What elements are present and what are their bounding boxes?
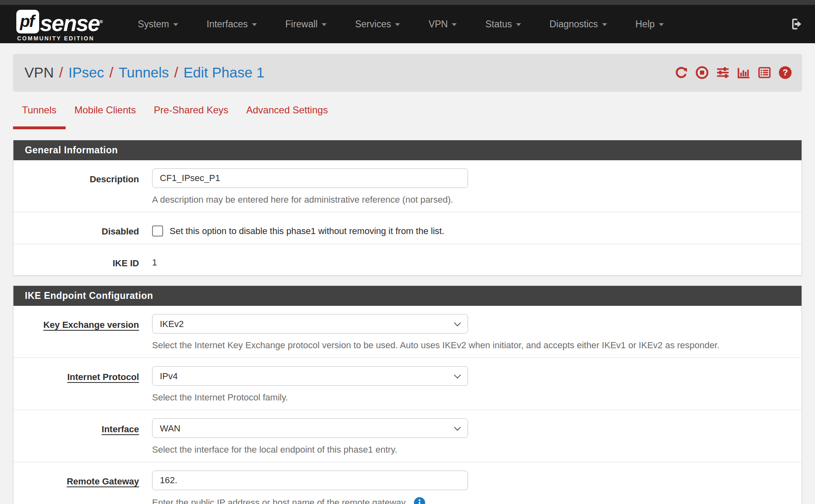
disabled-row: Disabled Set this option to disable this… — [13, 212, 802, 244]
pfsense-logo-wordmark: sense® — [40, 10, 102, 35]
breadcrumb: VPN / IPsec / Tunnels / Edit Phase 1 — [13, 54, 802, 91]
log-list-icon[interactable] — [758, 66, 771, 80]
disabled-label: Disabled — [13, 221, 152, 237]
nav-item-status[interactable]: Status — [485, 19, 521, 30]
breadcrumb-edit-phase-1[interactable]: Edit Phase 1 — [183, 64, 264, 81]
breadcrumb-tunnels[interactable]: Tunnels — [119, 64, 169, 81]
chevron-down-icon — [659, 23, 664, 26]
breadcrumb-ipsec[interactable]: IPsec — [68, 64, 104, 81]
pfsense-logo-mark: pf — [16, 10, 39, 33]
remote-gateway-input[interactable] — [152, 471, 468, 490]
general-information-header: General Information — [13, 140, 802, 160]
ike-id-label: IKE ID — [13, 252, 152, 269]
key-exchange-version-select[interactable]: IKEv2 — [152, 314, 468, 334]
chevron-down-icon — [452, 23, 457, 26]
internet-protocol-label: Internet Protocol — [13, 366, 152, 403]
internet-protocol-select[interactable]: IPv4 — [152, 366, 468, 386]
svg-text:?: ? — [783, 68, 788, 77]
nav-item-help[interactable]: Help — [636, 19, 664, 30]
nav-menu: System Interfaces Firewall Services VPN … — [138, 19, 692, 30]
interface-label: Interface — [13, 418, 152, 455]
chevron-down-icon — [173, 23, 178, 26]
registered-mark: ® — [99, 19, 102, 24]
key-exchange-version-help: Select the Internet Key Exchange protoco… — [152, 340, 785, 351]
remote-gateway-help: Enter the public IP address or host name… — [152, 497, 408, 504]
sliders-icon[interactable] — [716, 66, 730, 80]
nav-item-services[interactable]: Services — [355, 19, 400, 30]
breadcrumb-separator: / — [109, 64, 113, 81]
disabled-checkbox-label: Set this option to disable this phase1 w… — [170, 226, 444, 237]
tab-bar: Tunnels Mobile Clients Pre-Shared Keys A… — [13, 97, 815, 129]
help-icon[interactable]: ? — [778, 66, 792, 80]
tab-tunnels[interactable]: Tunnels — [13, 97, 66, 129]
key-exchange-version-row: Key Exchange version IKEv2 Select the In… — [13, 306, 802, 358]
disabled-checkbox[interactable] — [152, 225, 163, 237]
general-information-panel: General Information Description A descri… — [13, 140, 802, 276]
page-action-icons: ? — [674, 66, 792, 80]
chevron-down-icon — [322, 23, 327, 26]
community-edition-label: COMMUNITY EDITION — [17, 35, 94, 42]
breadcrumb-separator: / — [59, 64, 63, 81]
ike-id-value: 1 — [152, 252, 785, 268]
interface-help: Select the interface for the local endpo… — [152, 444, 785, 455]
interface-row: Interface WAN Select the interface for t… — [13, 410, 802, 462]
nav-item-firewall[interactable]: Firewall — [285, 19, 327, 30]
chevron-down-icon — [395, 23, 400, 26]
info-icon[interactable] — [413, 497, 426, 504]
navbar: pf sense® COMMUNITY EDITION System Inter… — [0, 5, 815, 43]
description-help: A description may be entered here for ad… — [152, 195, 785, 205]
ike-id-row: IKE ID 1 — [13, 244, 802, 275]
chevron-down-icon — [516, 23, 521, 26]
top-strip — [0, 0, 815, 5]
nav-item-diagnostics[interactable]: Diagnostics — [550, 19, 607, 30]
remote-gateway-label: Remote Gateway — [13, 471, 152, 504]
tab-mobile-clients[interactable]: Mobile Clients — [66, 97, 145, 129]
tab-pre-shared-keys[interactable]: Pre-Shared Keys — [145, 97, 237, 129]
ike-endpoint-configuration-header: IKE Endpoint Configuration — [13, 286, 802, 306]
remote-gateway-row: Remote Gateway Enter the public IP addre… — [13, 462, 802, 504]
tab-advanced-settings[interactable]: Advanced Settings — [237, 97, 337, 129]
nav-item-vpn[interactable]: VPN — [428, 19, 457, 30]
internet-protocol-row: Internet Protocol IPv4 Select the Intern… — [13, 358, 802, 410]
nav-item-system[interactable]: System — [138, 19, 178, 30]
description-row: Description A description may be entered… — [13, 160, 802, 212]
key-exchange-version-label: Key Exchange version — [13, 314, 152, 351]
sign-out-icon[interactable] — [790, 17, 804, 31]
pfsense-logo[interactable]: pf sense® COMMUNITY EDITION — [16, 10, 102, 35]
status-graph-icon[interactable] — [737, 66, 751, 80]
nav-item-interfaces[interactable]: Interfaces — [207, 19, 257, 30]
refresh-icon[interactable] — [674, 66, 688, 80]
stop-circle-icon[interactable] — [695, 66, 709, 80]
breadcrumb-vpn: VPN — [24, 64, 54, 81]
interface-select[interactable]: WAN — [152, 418, 468, 438]
internet-protocol-help: Select the Internet Protocol family. — [152, 392, 785, 403]
breadcrumb-separator: / — [174, 64, 178, 81]
chevron-down-icon — [252, 23, 257, 26]
description-label: Description — [13, 168, 152, 205]
chevron-down-icon — [602, 23, 607, 26]
ike-endpoint-configuration-panel: IKE Endpoint Configuration Key Exchange … — [13, 285, 802, 504]
description-input[interactable] — [152, 168, 468, 188]
